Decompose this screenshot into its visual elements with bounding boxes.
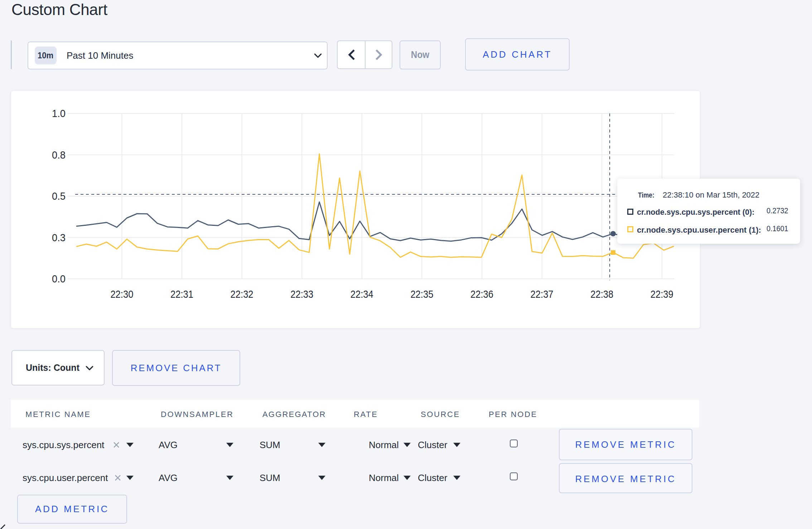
svg-text:22:34: 22:34 <box>351 288 373 300</box>
svg-text:1.0: 1.0 <box>52 107 66 119</box>
svg-text:22:32: 22:32 <box>231 288 253 300</box>
svg-text:22:38: 22:38 <box>590 288 613 300</box>
svg-text:0.0: 0.0 <box>52 273 66 285</box>
svg-text:0.5: 0.5 <box>52 190 66 202</box>
svg-text:22:35: 22:35 <box>410 288 433 300</box>
svg-text:22:36: 22:36 <box>470 288 493 300</box>
svg-text:22:30: 22:30 <box>110 288 133 300</box>
svg-text:22:33: 22:33 <box>290 288 313 300</box>
svg-text:22:31: 22:31 <box>170 288 193 300</box>
svg-text:22:39: 22:39 <box>651 288 673 300</box>
svg-text:22:37: 22:37 <box>531 288 554 300</box>
svg-text:0.8: 0.8 <box>52 149 66 161</box>
svg-text:0.3: 0.3 <box>52 232 66 243</box>
